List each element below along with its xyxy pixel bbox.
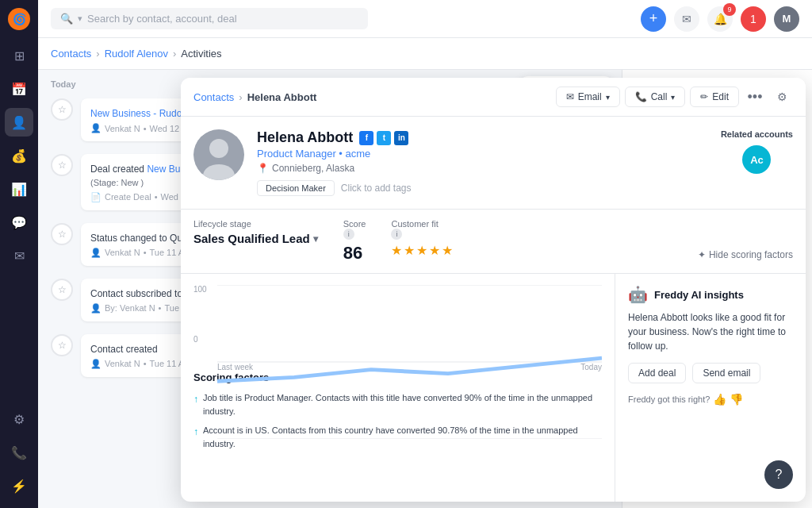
sidebar-item-chat[interactable]: 💬 [5,208,33,237]
contact-details: Helena Abbott f t in Product Manager • a… [257,129,708,196]
sidebar-item-calendar[interactable]: 📅 [5,75,33,103]
lifecycle-label: Lifecycle stage [193,219,318,229]
sidebar-item-contacts[interactable]: 👤 [5,108,33,137]
email-icon: ✉ [566,91,574,102]
scoring-arrow-icon: ↑ [193,392,198,406]
sidebar-item-reports[interactable]: 📊 [5,175,33,203]
notifications-wrap: 🔔 9 [707,6,733,32]
add-tag-placeholder[interactable]: Click to add tags [341,183,412,194]
star-1: ★ [391,243,402,258]
social-icons: f t in [359,131,408,145]
score-info-icon: i [343,229,354,240]
breadcrumb: Contacts › Rudolf Alenov › Activities [38,38,812,70]
contact-avatar [193,129,244,180]
twitter-icon[interactable]: t [377,131,391,145]
freddy-feedback: Freddy got this right? 👍 👎 [628,393,793,406]
modal-breadcrumb: Contacts › Helena Abbott [193,91,316,103]
activity-create-label: Create Deal [105,192,151,202]
contact-company-link[interactable]: acme [346,148,371,160]
content-area: Today ☆ New Business - Rudolf CBSE Deal … [38,70,812,508]
sidebar-item-apps[interactable]: ⚡ [5,471,33,500]
search-dropdown[interactable]: ▾ [78,13,82,24]
thumbs-down-icon[interactable]: 👎 [730,393,743,406]
star-3: ★ [416,243,427,258]
help-button[interactable]: ? [764,460,793,489]
lifecycle-value[interactable]: Sales Qualified Lead ▾ [193,232,318,245]
email-dropdown-icon[interactable]: ▾ [606,93,610,102]
thumbs-up-icon[interactable]: 👍 [713,393,726,406]
freddy-text: Helena Abbott looks like a good fit for … [628,310,793,353]
activity-bullet: • [159,303,162,313]
star-2: ★ [404,243,415,258]
contact-name: Helena Abbott [257,129,353,146]
mail-button[interactable]: ✉ [674,6,699,32]
hide-scoring-button[interactable]: ✦ Hide scoring factors [698,249,793,264]
star-5: ★ [442,243,453,258]
freddy-header: 🤖 Freddy AI insights [628,285,793,304]
lifecycle-block: Lifecycle stage Sales Qualified Lead ▾ [193,219,318,245]
score-label-text: Score i [343,219,366,240]
activity-star-icon[interactable]: ☆ [51,98,73,121]
star-4: ★ [429,243,440,258]
sidebar-item-settings[interactable]: ⚙ [5,405,33,433]
activity-bullet: • [144,359,147,368]
sidebar-item-home[interactable]: ⊞ [5,41,33,70]
add-deal-button[interactable]: Add deal [628,363,686,383]
call-dropdown-icon[interactable]: ▾ [671,93,675,102]
user-avatar[interactable]: M [774,6,799,32]
activity-user-icon: 👤 [90,248,102,258]
activity-star-icon[interactable]: ☆ [51,279,73,301]
contact-tag: Decision Maker Click to add tags [257,180,708,196]
freddy-icon: 🤖 [628,285,648,304]
sidebar-item-deals[interactable]: 💰 [5,141,33,170]
topnav-right: + ✉ 🔔 9 1 M [641,6,799,32]
activity-star-icon[interactable]: ☆ [51,223,73,245]
search-bar[interactable]: 🔍 ▾ Search by contact, account, deal [51,8,368,29]
send-email-button[interactable]: Send email [692,363,760,383]
add-button[interactable]: + [641,6,666,32]
email-button[interactable]: ✉ Email ▾ [556,87,620,107]
alerts-wrap: 1 [741,6,766,32]
call-button[interactable]: 📞 Call ▾ [625,87,686,107]
activity-user: Venkat N [105,124,140,133]
alert-button[interactable]: 1 [741,6,766,32]
scoring-arrow-icon: ↑ [193,425,198,439]
modal-breadcrumb-sep: › [239,91,242,103]
account-avatar[interactable]: Ac [742,145,771,174]
edit-button[interactable]: ✏ Edit [690,87,739,107]
activity-star-icon[interactable]: ☆ [51,154,73,176]
settings-button[interactable]: ⚙ [771,86,793,108]
customer-fit-block: Customer fit i ★ ★ ★ ★ ★ [391,219,453,258]
facebook-icon[interactable]: f [359,131,373,145]
related-accounts: Related accounts Ac [721,129,793,196]
customer-fit-info-icon: i [391,229,402,240]
svg-point-1 [209,139,228,158]
more-options-button[interactable]: ••• [744,86,766,108]
activity-user: By: Venkat N [105,303,155,313]
breadcrumb-person[interactable]: Rudolf Alenov [105,48,168,60]
search-icon: 🔍 [60,13,73,25]
sidebar-item-phone[interactable]: 📞 [5,438,33,467]
modal-breadcrumb-contacts[interactable]: Contacts [193,91,234,103]
customer-fit-label: Customer fit i [391,219,453,240]
breadcrumb-contacts[interactable]: Contacts [51,48,91,60]
contact-location: 📍 Connieberg, Alaska [257,163,708,174]
activity-bullet: • [155,192,158,202]
activity-user: Venkat N [105,359,140,368]
activity-star-icon[interactable]: ☆ [51,334,73,356]
app-logo[interactable]: 🌀 [8,8,30,30]
modal-breadcrumb-person: Helena Abbott [247,91,317,103]
hide-scoring-icon: ✦ [698,249,706,260]
chart-y-min: 0 [193,335,207,344]
modal-actions: ✉ Email ▾ 📞 Call ▾ ✏ Edit ••• ⚙ [556,86,793,108]
activity-create-icon: 📄 [90,192,102,202]
scoring-panel: 100 0 Last week Today [181,274,615,502]
decision-maker-tag[interactable]: Decision Maker [257,180,335,196]
score-value: 86 [343,243,366,264]
sidebar-item-mail[interactable]: ✉ [5,241,33,270]
bottom-panels: 100 0 Last week Today [181,274,806,502]
linkedin-icon[interactable]: in [394,131,408,145]
topnav: 🔍 ▾ Search by contact, account, deal + ✉… [38,0,812,38]
contact-modal: Contacts › Helena Abbott ✉ Email ▾ 📞 Cal… [181,78,806,502]
chart-y-max: 100 [193,285,207,294]
